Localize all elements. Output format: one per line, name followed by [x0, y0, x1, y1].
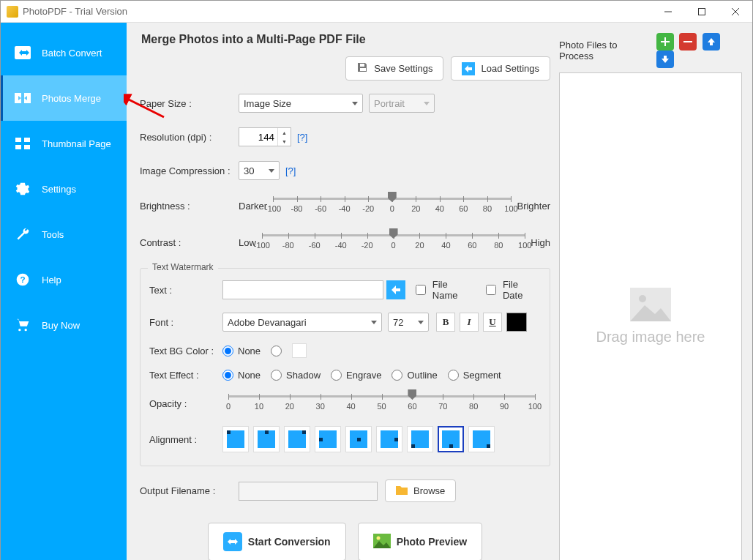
add-file-button[interactable] — [656, 33, 674, 51]
titlebar: PhotoPDF - Trial Version — [1, 1, 752, 23]
photo-preview-button[interactable]: Photo Preview — [358, 523, 482, 560]
sidebar-item-help[interactable]: ? Help — [1, 257, 127, 302]
file-dropzone[interactable]: Drag image here — [559, 72, 742, 560]
contrast-slider[interactable]: -100-80-60-40-20020406080100 — [262, 231, 525, 253]
align-cell-8[interactable] — [468, 426, 495, 452]
app-window: PhotoPDF - Trial Version Batch Convert P… — [0, 0, 753, 560]
resolution-input[interactable]: ▲▼ — [239, 127, 291, 146]
svg-point-18 — [639, 295, 646, 302]
window-title: PhotoPDF - Trial Version — [23, 6, 651, 17]
sidebar-item-label: Settings — [42, 184, 76, 195]
minimize-button[interactable] — [651, 1, 685, 23]
bg-color-radio[interactable] — [271, 346, 282, 356]
slider-right-label: Brighter — [517, 201, 550, 212]
align-cell-7[interactable] — [438, 426, 464, 452]
slider-thumb[interactable] — [389, 228, 398, 239]
merge-icon — [14, 89, 31, 107]
svg-point-15 — [376, 536, 380, 540]
opacity-slider[interactable]: 0102030405060708090100 — [228, 392, 535, 414]
cart-icon — [14, 316, 31, 334]
convert-icon — [14, 44, 31, 61]
bg-none-radio[interactable]: None — [222, 346, 261, 356]
resolution-field[interactable] — [239, 128, 277, 146]
effect-engrave-radio[interactable]: Engrave — [331, 370, 381, 381]
slider-thumb[interactable] — [408, 389, 416, 400]
contrast-label: Contrast : — [140, 237, 239, 248]
sidebar-item-label: Photos Merge — [42, 93, 101, 104]
align-cell-4[interactable] — [345, 426, 372, 452]
compression-select[interactable]: 30 — [239, 161, 280, 180]
align-cell-3[interactable] — [315, 426, 341, 452]
compression-label: Image Compression : — [140, 165, 239, 176]
sidebar-item-batch-convert[interactable]: Batch Convert — [1, 30, 127, 75]
align-cell-0[interactable] — [222, 426, 249, 452]
underline-button[interactable]: U — [483, 313, 502, 332]
effect-shadow-radio[interactable]: Shadow — [271, 370, 321, 381]
svg-rect-16 — [683, 41, 692, 42]
sidebar-item-thumbnail-page[interactable]: Thumbnail Page — [1, 121, 127, 166]
chevron-down-icon — [424, 102, 430, 105]
browse-button[interactable]: Browse — [385, 479, 456, 502]
start-conversion-button[interactable]: Start Conversion — [208, 523, 346, 560]
wm-text-label: Text : — [149, 285, 222, 296]
wm-font-select[interactable]: Adobe Devanagari — [222, 313, 382, 332]
folder-icon — [396, 485, 408, 497]
right-panel: Photo Files to Process Drag image here — [559, 33, 742, 560]
slider-left-label: Darker — [239, 201, 267, 212]
move-up-button[interactable] — [703, 33, 720, 51]
wm-filedate-checkbox[interactable]: File Date — [483, 279, 541, 301]
dropzone-label: Drag image here — [596, 329, 705, 346]
button-label: Save Settings — [374, 63, 432, 74]
output-filename-label: Output Filename : — [140, 485, 239, 496]
chevron-down-icon — [352, 102, 358, 105]
wm-align-label: Alignment : — [149, 434, 222, 445]
compression-help-link[interactable]: [?] — [285, 165, 296, 176]
wm-filename-checkbox[interactable]: File Name — [413, 279, 476, 301]
align-cell-6[interactable] — [407, 426, 433, 452]
main-panel: Merge Photos into a Multi-Page PDF File … — [140, 33, 550, 560]
button-label: Photo Preview — [397, 536, 467, 548]
load-settings-button[interactable]: Load Settings — [451, 56, 550, 81]
effect-segment-radio[interactable]: Segment — [448, 370, 501, 381]
chevron-down-icon — [418, 321, 424, 324]
bold-button[interactable]: B — [436, 313, 455, 332]
effect-none-radio[interactable]: None — [222, 370, 261, 381]
sidebar-item-settings[interactable]: Settings — [1, 166, 127, 212]
sidebar-item-photos-merge[interactable]: Photos Merge — [1, 75, 127, 121]
wm-insert-button[interactable] — [386, 280, 405, 299]
svg-rect-8 — [24, 138, 30, 142]
slider-right-label: High — [531, 237, 550, 248]
effect-outline-radio[interactable]: Outline — [392, 370, 437, 381]
wm-text-input[interactable] — [222, 280, 383, 299]
sidebar-item-label: Batch Convert — [42, 48, 102, 59]
sidebar-item-label: Help — [42, 275, 61, 285]
close-button[interactable] — [719, 1, 752, 23]
spin-down-icon[interactable]: ▼ — [278, 137, 291, 146]
save-settings-button[interactable]: Save Settings — [345, 56, 443, 81]
italic-button[interactable]: I — [460, 313, 479, 332]
align-cell-1[interactable] — [253, 426, 280, 452]
move-down-button[interactable] — [656, 51, 674, 68]
align-cell-5[interactable] — [376, 426, 402, 452]
resolution-help-link[interactable]: [?] — [297, 132, 307, 143]
remove-file-button[interactable] — [679, 33, 697, 51]
paper-size-select[interactable]: Image Size — [239, 94, 363, 113]
font-color-button[interactable] — [506, 313, 527, 332]
sidebar-item-tools[interactable]: Tools — [1, 212, 127, 257]
wm-fontsize-select[interactable]: 72 — [388, 313, 429, 332]
watermark-fieldset: Text Watermark Text : File Name File Dat… — [140, 268, 550, 466]
align-cell-2[interactable] — [284, 426, 310, 452]
gear-icon — [14, 180, 31, 198]
maximize-button[interactable] — [685, 1, 719, 23]
output-filename-input[interactable] — [239, 482, 378, 501]
app-logo-icon — [7, 6, 18, 18]
bg-color-swatch[interactable] — [292, 343, 307, 358]
resolution-label: Resolution (dpi) : — [140, 132, 239, 143]
sidebar-item-buy-now[interactable]: Buy Now — [1, 302, 127, 348]
watermark-legend: Text Watermark — [148, 262, 218, 272]
brightness-slider[interactable]: -100-80-60-40-20020406080100 — [273, 195, 511, 217]
button-label: Load Settings — [481, 63, 539, 74]
spin-up-icon[interactable]: ▲ — [278, 128, 291, 137]
wm-opacity-label: Opacity : — [149, 398, 222, 409]
slider-thumb[interactable] — [388, 192, 397, 202]
